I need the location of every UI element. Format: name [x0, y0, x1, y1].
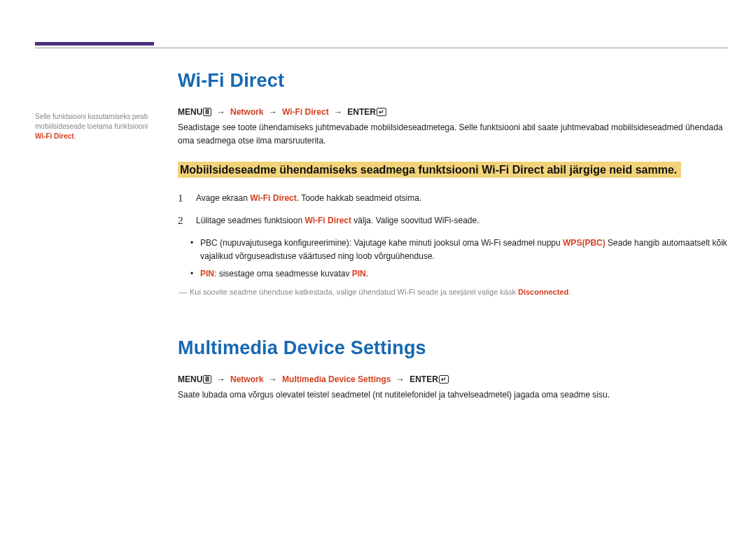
step-2: Lülitage seadmes funktsioon Wi-Fi Direct… [178, 214, 728, 227]
breadcrumb-arrow: → [269, 107, 277, 117]
breadcrumb-enter: ENTER [347, 107, 376, 117]
step1-pre: Avage ekraan [196, 193, 250, 203]
breadcrumb-arrow: → [269, 374, 277, 384]
page-top-rule [35, 48, 728, 48]
breadcrumb-multimedia-label: Multimedia Device Settings [282, 374, 391, 384]
highlight-text: Mobiilsideseadme ühendamiseks seadmega f… [178, 162, 681, 178]
bullet2-period: . [366, 269, 368, 279]
step2-post: välja. Valige soovitud WiFi-seade. [351, 216, 479, 225]
enter-icon: ↵ [439, 375, 449, 384]
breadcrumb-arrow: → [217, 107, 225, 117]
breadcrumb-enter: ENTER [410, 374, 438, 384]
breadcrumb-network: Network [230, 107, 263, 117]
sub-bullets: PBC (nupuvajutusega konfigureerimine): V… [190, 237, 728, 281]
note-kw: Disconnected [518, 288, 568, 296]
step1-kw: Wi-Fi Direct [250, 193, 297, 203]
bullet2-kw2: PIN [352, 269, 366, 279]
bullet-pin: PIN: sisestage oma seadmesse kuvatav PIN… [190, 267, 728, 281]
side-note-keyword: Wi-Fi Direct [35, 132, 74, 140]
section-title-wifi-direct: Wi-Fi Direct [178, 70, 728, 92]
breadcrumb-menu: MENU [178, 107, 202, 117]
breadcrumb-wifidirect: Wi-Fi Direct [282, 107, 329, 117]
step1-post: . Toode hakkab seadmeid otsima. [297, 193, 422, 203]
steps-list: Avage ekraan Wi-Fi Direct. Toode hakkab … [178, 192, 728, 227]
bullet2-kw1: PIN [200, 269, 214, 279]
breadcrumb-arrow: → [217, 374, 225, 384]
intro-paragraph: Seadistage see toote ühendamiseks juhtme… [178, 121, 728, 147]
bullet2-mid: : sisestage oma seadmesse kuvatav [214, 269, 352, 279]
bullet1-pre: PBC (nupuvajutusega konfigureerimine): V… [200, 238, 563, 248]
breadcrumb-menu: MENU [178, 374, 202, 384]
enter-icon: ↵ [377, 108, 386, 116]
main-content: Wi-Fi Direct MENUⅢ → Network → Wi-Fi Dir… [178, 70, 728, 415]
side-note: Selle funktsiooni kasutamiseks peab mobi… [35, 112, 154, 141]
step-1: Avage ekraan Wi-Fi Direct. Toode hakkab … [178, 192, 728, 204]
note-pre: Kui soovite seadme ühenduse katkestada, … [190, 288, 518, 296]
disconnect-note: ―Kui soovite seadme ühenduse katkestada,… [179, 286, 728, 298]
menu-icon: Ⅲ [203, 375, 211, 384]
breadcrumb-wifi-direct: MENUⅢ → Network → Wi-Fi Direct → ENTER↵ [178, 107, 728, 117]
step2-pre: Lülitage seadmes funktsioon [196, 216, 304, 225]
breadcrumb-arrow: → [396, 374, 405, 384]
side-note-line2: mobiilsideseade toetama funktsiooni [35, 122, 148, 130]
multimedia-body: Saate lubada oma võrgus olevatel teistel… [178, 388, 728, 402]
bullet1-kw: WPS(PBC) [563, 238, 606, 248]
highlight-instruction: Mobiilsideseadme ühendamiseks seadmega f… [178, 161, 728, 179]
chapter-indicator-bar [35, 42, 154, 45]
breadcrumb-multimedia: MENUⅢ → Network → Multimedia Device Sett… [178, 374, 728, 384]
note-dash-icon: ― [179, 288, 187, 296]
breadcrumb-arrow: → [334, 107, 342, 117]
bullet-pbc: PBC (nupuvajutusega konfigureerimine): V… [190, 237, 728, 263]
side-note-line1: Selle funktsiooni kasutamiseks peab [35, 113, 148, 120]
note-post: . [568, 288, 570, 296]
section-title-multimedia: Multimedia Device Settings [178, 337, 728, 359]
breadcrumb-network: Network [230, 374, 263, 384]
step2-kw: Wi-Fi Direct [304, 216, 351, 225]
menu-icon: Ⅲ [203, 108, 211, 116]
side-note-period: . [74, 132, 76, 140]
